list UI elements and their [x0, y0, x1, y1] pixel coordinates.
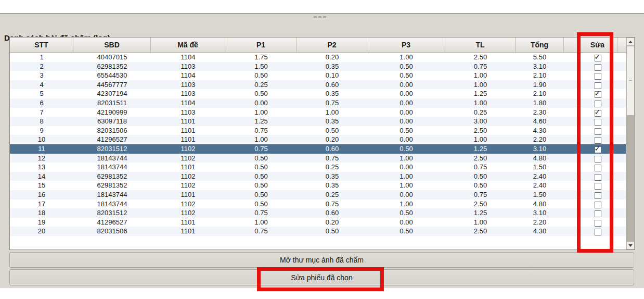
- scrollbar-track[interactable]: [626, 46, 635, 241]
- cell-empty: [564, 163, 578, 172]
- edit-checkbox[interactable]: [595, 110, 601, 117]
- table-row[interactable]: 26298135211031.500.350.500.753.10: [10, 62, 626, 71]
- cell-tong: 1.50: [516, 190, 564, 200]
- table-row[interactable]: 14040701511041.750.201.002.505.50: [10, 53, 626, 62]
- cell-empty: [564, 89, 578, 98]
- scrollbar-thumb[interactable]: [626, 46, 635, 116]
- vertical-scrollbar[interactable]: [626, 38, 635, 250]
- edit-checkbox[interactable]: [595, 165, 601, 171]
- edit-checkbox[interactable]: [595, 146, 601, 153]
- table-row[interactable]: 188203151211020.750.600.501.253.10: [10, 208, 626, 218]
- cell-ma-đe: 1101: [151, 218, 225, 227]
- edit-checkbox[interactable]: [595, 55, 601, 61]
- cell-tl: 2.50: [445, 200, 516, 209]
- column-header-tl[interactable]: TL: [445, 38, 516, 52]
- cell-tl: 2.50: [445, 53, 516, 62]
- table-row[interactable]: 68203151111040.000.750.001.001.80: [10, 98, 626, 108]
- cell-tl: 2.50: [445, 126, 516, 135]
- table-row[interactable]: 146298135211020.500.351.000.502.40: [10, 172, 626, 181]
- scroll-up-button[interactable]: [626, 38, 635, 46]
- table-row[interactable]: 54230719411030.500.350.001.252.10: [10, 89, 626, 98]
- cell-tong: 1.90: [516, 80, 564, 90]
- cell-p2: 0.35: [297, 62, 367, 71]
- cell-empty: [564, 172, 578, 181]
- table-row[interactable]: 161814374411010.500.250.000.751.50: [10, 190, 626, 200]
- scroll-down-button[interactable]: [626, 241, 635, 250]
- edit-checkbox[interactable]: [595, 220, 601, 227]
- table-row[interactable]: 74219099911031.001.000.000.252.30: [10, 108, 626, 117]
- cell-tl: 1.00: [445, 135, 516, 144]
- table-row[interactable]: 104129652711011.000.200.001.002.20: [10, 135, 626, 144]
- edit-checkbox[interactable]: [595, 210, 601, 217]
- edit-checkbox[interactable]: [595, 183, 601, 190]
- edit-checkbox[interactable]: [595, 128, 601, 135]
- table-row[interactable]: 131814374411010.500.250.000.751.50: [10, 163, 626, 172]
- edit-checkbox[interactable]: [595, 156, 601, 163]
- arrow-up-icon: [628, 41, 633, 43]
- column-header-tong[interactable]: Tổng: [516, 38, 564, 52]
- cell-p1: 1.00: [225, 135, 297, 144]
- column-header-p3[interactable]: P3: [367, 38, 445, 52]
- table-row[interactable]: 156298135211020.500.351.000.502.40: [10, 181, 626, 190]
- cell-empty: [564, 190, 578, 200]
- edit-checkbox[interactable]: [595, 119, 601, 126]
- cell-tl: 0.50: [445, 181, 516, 190]
- cell-sbd: 82031506: [73, 227, 151, 236]
- splitter-grip-icon: [314, 16, 326, 18]
- cell-tl: 0.75: [445, 190, 516, 200]
- cell-stt: 1: [10, 53, 73, 62]
- edit-checkbox[interactable]: [595, 64, 601, 71]
- cell-sua: [578, 154, 617, 163]
- column-header-stt[interactable]: STT: [10, 38, 73, 52]
- cell-p3: 0.00: [367, 218, 445, 227]
- cell-tl: 1.25: [445, 208, 516, 218]
- table-row[interactable]: 36554453011040.500.100.501.002.10: [10, 71, 626, 80]
- table-row[interactable]: 208203150611010.750.500.502.504.30: [10, 227, 626, 236]
- cell-sua: [578, 126, 617, 135]
- open-graded-images-folder-button[interactable]: Mở thư mục ảnh đã chấm: [9, 252, 634, 268]
- cell-ma-đe: 1102: [151, 144, 225, 154]
- table-row-selected[interactable]: 118203151211020.750.600.501.253.10: [10, 144, 626, 154]
- edit-checkbox[interactable]: [595, 174, 601, 181]
- cell-ma-đe: 1102: [151, 154, 225, 163]
- cell-p1: 0.50: [225, 154, 297, 163]
- cell-tong: 2.20: [516, 218, 564, 227]
- edit-checkbox[interactable]: [595, 202, 601, 208]
- cell-p1: 1.00: [225, 218, 297, 227]
- table-row[interactable]: 171814374411020.500.751.002.504.80: [10, 200, 626, 209]
- cell-p3: 1.00: [367, 181, 445, 190]
- cell-p2: 0.75: [297, 98, 367, 108]
- edit-checkbox[interactable]: [595, 229, 601, 235]
- cell-sbd: 82031506: [73, 126, 151, 135]
- edit-checkbox[interactable]: [595, 137, 601, 144]
- table-row[interactable]: 121814374411020.500.751.002.504.80: [10, 154, 626, 163]
- edit-checkbox[interactable]: [595, 91, 601, 98]
- cell-p3: 1.00: [367, 53, 445, 62]
- table-row[interactable]: 86309711811011.250.350.003.004.60: [10, 117, 626, 126]
- cell-stt: 10: [10, 135, 73, 144]
- column-header-p1[interactable]: P1: [225, 38, 297, 52]
- edit-selected-sheet-button[interactable]: Sửa phiếu đã chọn: [9, 269, 634, 285]
- table-row[interactable]: 98203150611010.750.500.502.504.30: [10, 126, 626, 135]
- cell-sbd: 18143744: [73, 163, 151, 172]
- column-header-ma-đe[interactable]: Mã đề: [151, 38, 225, 52]
- cell-sbd: 18143744: [73, 190, 151, 200]
- cell-sua: [578, 98, 617, 108]
- cell-sbd: 40407015: [73, 53, 151, 62]
- cell-tl: 1.00: [445, 71, 516, 80]
- column-header-sua[interactable]: Sửa: [578, 38, 617, 52]
- cell-sua: [578, 53, 617, 62]
- cell-tong: 4.80: [516, 200, 564, 209]
- edit-checkbox[interactable]: [595, 192, 601, 199]
- table-row[interactable]: 44456777711030.250.600.001.001.90: [10, 80, 626, 90]
- column-header-sbd[interactable]: SBD: [73, 38, 151, 52]
- cell-p3: 0.50: [367, 208, 445, 218]
- cell-p2: 0.20: [297, 135, 367, 144]
- cell-p2: 0.60: [297, 208, 367, 218]
- table-row[interactable]: 194129652711011.000.200.001.002.20: [10, 218, 626, 227]
- edit-checkbox[interactable]: [595, 82, 601, 89]
- cell-ma-đe: 1104: [151, 71, 225, 80]
- edit-checkbox[interactable]: [595, 101, 601, 107]
- column-header-p2[interactable]: P2: [297, 38, 367, 52]
- edit-checkbox[interactable]: [595, 73, 601, 80]
